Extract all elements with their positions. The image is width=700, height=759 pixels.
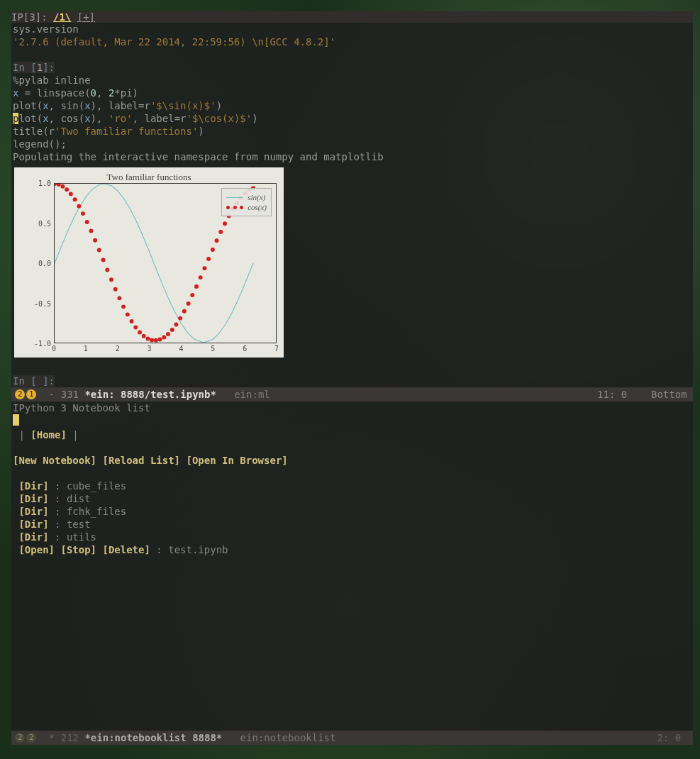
- legend-item: cos(x): [248, 203, 267, 211]
- open-button[interactable]: [Open]: [18, 544, 55, 555]
- tab-bar: IP[3]: /1\ [+]: [11, 11, 693, 23]
- svg-point-40: [215, 238, 219, 243]
- svg-point-14: [109, 277, 113, 282]
- code-line[interactable]: x = linspace(0, 2*pi): [13, 87, 691, 99]
- code-line[interactable]: legend();: [13, 138, 691, 150]
- scroll-pos: Bottom: [651, 389, 687, 400]
- output-text: Populating the interactive namespace fro…: [13, 150, 691, 163]
- code-line[interactable]: plot(x, cos(x), 'ro', label=r'$\cos(x)$'…: [13, 112, 691, 125]
- dir-name[interactable]: dist: [67, 493, 91, 504]
- svg-point-28: [166, 332, 170, 336]
- svg-point-38: [206, 257, 211, 261]
- new-notebook-button[interactable]: [New Notebook]: [13, 455, 96, 466]
- code-line[interactable]: plot(x, sin(x), label=r'$\sin(x)$'): [13, 99, 691, 112]
- output-line: '2.7.6 (default, Mar 22 2014, 22:59:56) …: [13, 35, 691, 48]
- svg-point-12: [101, 257, 106, 262]
- dir-link[interactable]: [Dir]: [18, 519, 48, 530]
- svg-point-18: [126, 312, 130, 316]
- delete-button[interactable]: [Delete]: [102, 544, 150, 555]
- svg-point-22: [142, 334, 146, 338]
- mode-name: ein:notebooklist: [222, 732, 335, 743]
- svg-point-26: [158, 338, 162, 342]
- dir-link[interactable]: [Dir]: [18, 480, 48, 492]
- svg-point-8: [85, 220, 89, 224]
- tab-active[interactable]: /1\: [53, 11, 71, 23]
- svg-point-10: [93, 238, 97, 243]
- output-line: sys.version: [13, 23, 691, 35]
- svg-point-35: [194, 284, 199, 289]
- tab-ip-label: IP[3]:: [11, 11, 48, 23]
- workspace-badge[interactable]: 2: [15, 733, 25, 743]
- stop-button[interactable]: [Stop]: [60, 544, 96, 555]
- svg-point-39: [211, 248, 215, 252]
- svg-point-30: [174, 322, 178, 326]
- reload-list-button[interactable]: [Reload List]: [102, 455, 180, 466]
- legend-item: sin(x): [248, 193, 265, 201]
- file-name[interactable]: test.ipynb: [168, 544, 228, 555]
- svg-point-2: [60, 184, 65, 189]
- svg-point-32: [182, 309, 187, 314]
- chart: Two familiar functions -1.0-0.50.00.51.0…: [14, 167, 284, 358]
- window-badge[interactable]: 2: [26, 733, 36, 743]
- line-col: 2: 0: [657, 732, 681, 743]
- svg-point-29: [170, 328, 174, 332]
- svg-point-4: [69, 192, 73, 196]
- svg-point-36: [199, 275, 203, 279]
- line-col: 11: 0: [597, 389, 627, 400]
- svg-point-15: [113, 287, 118, 292]
- svg-point-42: [223, 221, 227, 226]
- home-link[interactable]: [Home]: [30, 429, 67, 441]
- editor-pane[interactable]: IP[3]: /1\ [+] sys.version '2.7.6 (defau…: [11, 11, 693, 387]
- modeline-bottom: 22 * 212 *ein:notebooklist 8888* ein:not…: [11, 731, 693, 745]
- code-line[interactable]: %pylab inline: [13, 74, 691, 87]
- svg-point-19: [130, 319, 134, 323]
- tab-new[interactable]: [+]: [77, 11, 95, 23]
- dir-name[interactable]: utils: [67, 531, 96, 543]
- svg-point-37: [202, 266, 206, 270]
- dir-link[interactable]: [Dir]: [18, 493, 48, 504]
- svg-point-41: [218, 230, 223, 234]
- svg-point-7: [81, 211, 85, 216]
- nb-list-title: IPython 3 Notebook list: [13, 401, 691, 414]
- dir-name[interactable]: cube_files: [67, 480, 126, 492]
- svg-point-1: [57, 184, 61, 187]
- svg-point-5: [73, 197, 77, 201]
- buffer-name: *ein: 8888/test.ipynb*: [84, 389, 216, 400]
- svg-point-3: [65, 187, 69, 192]
- in-prompt: In [1]:: [13, 62, 55, 73]
- svg-point-31: [178, 316, 182, 321]
- chart-legend: sin(x) cos(x): [221, 188, 272, 216]
- window-badge[interactable]: 1: [26, 389, 36, 399]
- cursor: [13, 414, 19, 426]
- modeline-top: 21 - 331 *ein: 8888/test.ipynb* ein:ml 1…: [11, 387, 693, 401]
- svg-point-17: [121, 304, 126, 309]
- svg-point-13: [105, 267, 109, 272]
- in-prompt-empty: In [ ]:: [13, 375, 55, 387]
- buffer-name: *ein:notebooklist 8888*: [84, 732, 222, 743]
- dir-link[interactable]: [Dir]: [18, 531, 48, 543]
- dir-link[interactable]: [Dir]: [18, 506, 48, 517]
- svg-point-0: [55, 184, 57, 186]
- svg-point-25: [154, 338, 158, 343]
- notebook-list-pane[interactable]: IPython 3 Notebook list | [Home] | [New …: [11, 401, 693, 731]
- svg-point-6: [77, 204, 81, 209]
- workspace-badge[interactable]: 2: [15, 389, 25, 399]
- open-in-browser-button[interactable]: [Open In Browser]: [186, 455, 287, 466]
- svg-point-11: [97, 248, 101, 253]
- code-line[interactable]: title(r'Two familiar functions'): [13, 125, 691, 138]
- dir-name[interactable]: fchk_files: [67, 506, 126, 517]
- svg-point-33: [187, 301, 191, 306]
- svg-point-9: [89, 228, 93, 233]
- svg-point-34: [190, 293, 194, 297]
- svg-point-27: [162, 336, 166, 340]
- svg-point-24: [150, 338, 154, 343]
- dir-name[interactable]: test: [67, 519, 91, 530]
- svg-point-21: [138, 330, 142, 334]
- chart-title: Two familiar functions: [14, 167, 284, 183]
- mode-name: ein:ml: [216, 389, 270, 400]
- svg-point-20: [133, 326, 138, 330]
- svg-point-23: [145, 337, 150, 341]
- svg-point-16: [117, 296, 121, 300]
